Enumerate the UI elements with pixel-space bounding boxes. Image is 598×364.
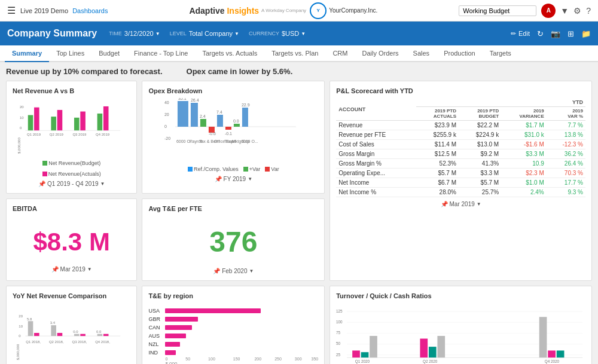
- edit-button[interactable]: ✏ Edit: [511, 30, 530, 38]
- avg-te-value: 376: [148, 216, 318, 264]
- svg-rect-50: [28, 321, 33, 336]
- folder-icon[interactable]: 📁: [581, 29, 591, 38]
- opex-title: Opex Breakdown: [148, 87, 318, 94]
- user-avatar[interactable]: A: [541, 4, 556, 18]
- pl-scorecard-footer[interactable]: 📌 Mar 2019 ▼: [336, 201, 585, 207]
- tab-top-lines[interactable]: Top Lines: [49, 45, 91, 62]
- currency-filter[interactable]: CURRENCY $USD ▼: [249, 30, 306, 37]
- settings-icon[interactable]: ⚙: [573, 6, 581, 16]
- var-pct-cell: 9.3 %: [547, 188, 585, 197]
- header-actions: ✏ Edit ↻ 📷 ⊞ 📁: [511, 29, 591, 38]
- svg-rect-82: [438, 336, 446, 357]
- svg-rect-36: [242, 108, 248, 127]
- net-revenue-title: Net Revenue A vs B: [13, 87, 130, 94]
- level-filter[interactable]: LEVEL Total Company ▼: [170, 30, 239, 37]
- var-pct-cell: 26.4 %: [547, 159, 585, 169]
- var-pct-cell: 13.8 %: [547, 130, 585, 140]
- svg-rect-10: [97, 114, 103, 130]
- time-value[interactable]: 3/12/2020 ▼: [124, 30, 160, 37]
- account-cell: Net Income %: [336, 188, 416, 197]
- svg-text:Q4 2020: Q4 2020: [545, 359, 560, 364]
- help-icon[interactable]: ?: [586, 6, 591, 16]
- actuals-cell: 52.3%: [416, 159, 459, 169]
- level-label: LEVEL: [170, 30, 187, 36]
- refresh-icon[interactable]: ↻: [537, 29, 544, 38]
- svg-rect-61: [103, 334, 109, 336]
- svg-text:10: 10: [19, 325, 23, 328]
- tab-daily-orders[interactable]: Daily Orders: [355, 45, 405, 62]
- tab-budget[interactable]: Budget: [91, 45, 127, 62]
- svg-rect-56: [74, 334, 80, 336]
- svg-text:40: 40: [164, 100, 169, 105]
- ebitda-footer[interactable]: 📌 Mar 2019 ▼: [13, 266, 130, 273]
- dashboards-link[interactable]: Dashboards: [72, 7, 108, 14]
- tab-targets-plan[interactable]: Targets vs. Plan: [264, 45, 325, 62]
- budget-cell: $3.3 M: [459, 169, 501, 178]
- svg-text:Q4 2018,: Q4 2018,: [95, 340, 110, 344]
- svg-text:Q4 2019: Q4 2019: [96, 133, 110, 136]
- svg-text:35.1: 35.1: [178, 98, 187, 100]
- budget-cell: 41.3%: [459, 159, 501, 169]
- te-x-axis: 0 50 100 150 200 250 300 350: [165, 357, 318, 361]
- hbar-gbr: GBR: [148, 315, 318, 322]
- svg-rect-8: [74, 118, 80, 130]
- svg-rect-22: [178, 101, 188, 127]
- svg-text:0.0: 0.0: [96, 330, 102, 334]
- grid-icon[interactable]: ⊞: [568, 29, 574, 38]
- svg-text:22.9: 22.9: [242, 103, 250, 107]
- actuals-cell: $12.5 M: [416, 149, 459, 159]
- tab-targets-actuals[interactable]: Targets vs. Actuals: [195, 45, 264, 62]
- svg-text:0.0: 0.0: [73, 330, 78, 334]
- var-pct-cell: 17.7 %: [547, 178, 585, 188]
- header-bar: Company Summary TIME 3/12/2020 ▼ LEVEL T…: [0, 22, 598, 45]
- svg-text:Q3 2018,: Q3 2018,: [72, 340, 87, 344]
- currency-value[interactable]: $USD ▼: [282, 30, 306, 37]
- variance-cell: $3.3 M: [501, 149, 547, 159]
- svg-rect-24: [191, 103, 198, 127]
- tab-sales[interactable]: Sales: [406, 45, 437, 62]
- actuals-cell: $23.9 M: [416, 121, 459, 130]
- camera-icon[interactable]: 📷: [551, 29, 560, 38]
- time-filter[interactable]: TIME 3/12/2020 ▼: [109, 30, 160, 37]
- pl-scorecard-title: P&L Scorecard with YTD: [336, 87, 585, 94]
- variance-cell: $1.0 M: [501, 178, 547, 188]
- var-pct-col-header: 2019VAR %: [547, 107, 585, 121]
- svg-rect-30: [217, 115, 223, 127]
- tab-finance-top-line[interactable]: Finance - Top Line: [127, 45, 195, 62]
- budget-select[interactable]: [459, 5, 536, 16]
- svg-text:100: 100: [336, 320, 343, 324]
- svg-rect-84: [548, 350, 556, 357]
- tab-summary[interactable]: Summary: [5, 45, 49, 62]
- legend-budget: Net Revenue(Budget): [42, 160, 100, 166]
- legend-actuals: Net Revenue(Actuals): [42, 171, 101, 177]
- currency-label: CURRENCY: [249, 30, 279, 36]
- ytd-header: YTD: [416, 98, 585, 107]
- turnover-title: Turnover / Quick / Cash Ratios: [336, 292, 585, 299]
- level-value[interactable]: Total Company ▼: [189, 30, 239, 37]
- tab-crm[interactable]: CRM: [325, 45, 355, 62]
- turnover-svg: 125 100 75 50 25: [336, 303, 585, 364]
- net-revenue-chart: $,000,000 20 10 0: [13, 98, 130, 158]
- pl-scorecard-widget: P&L Scorecard with YTD ACCOUNT YTD 2019 …: [329, 81, 592, 281]
- svg-rect-81: [429, 347, 437, 357]
- hamburger-menu[interactable]: ☰: [7, 5, 16, 16]
- user-chevron[interactable]: ▼: [560, 6, 569, 16]
- variance-cell: $2.3 M: [501, 169, 547, 178]
- account-col-header: ACCOUNT: [336, 98, 416, 121]
- avg-te-footer[interactable]: 📌 Feb 2020 ▼: [148, 268, 318, 274]
- yoy-svg: $,000,000 20 10 0 5.8 3.4 0.0: [13, 303, 130, 363]
- svg-text:5.8: 5.8: [27, 317, 32, 321]
- actuals-cell: $11.4 M: [416, 140, 459, 149]
- svg-text:10: 10: [20, 116, 24, 120]
- opex-legend: Ref./Comp. Values +Var Var: [148, 166, 318, 172]
- opex-footer[interactable]: 📌 FY 2019 ▼: [148, 176, 318, 182]
- svg-rect-78: [361, 352, 369, 357]
- tab-targets[interactable]: Targets: [483, 45, 518, 62]
- tab-production[interactable]: Production: [437, 45, 483, 62]
- live-demo-label: Live 2019 Demo: [20, 7, 68, 14]
- hbar-aus: AUS: [148, 332, 318, 339]
- svg-text:-0.6: -0.6: [209, 131, 216, 136]
- logo-area: Adaptive Insights A Workday Company Y Yo…: [108, 2, 459, 19]
- net-revenue-footer[interactable]: 📌 Q1 2019 - Q4 2019 ▼: [13, 181, 130, 187]
- account-cell: Net Income: [336, 178, 416, 188]
